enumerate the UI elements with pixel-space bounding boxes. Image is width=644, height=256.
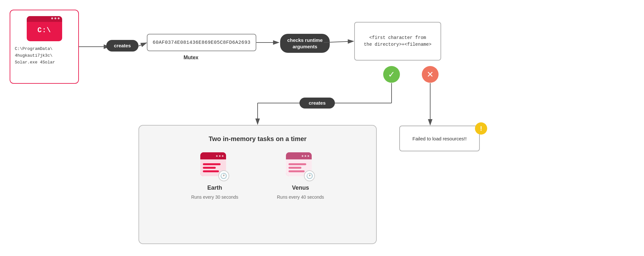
terminal-prompt: C:\	[37, 26, 51, 34]
diagram: C:\ C:\ProgramData\ 4hugkauti7jk3c\ Sola…	[0, 0, 644, 256]
runtime-label: checks runtimearguments	[287, 37, 323, 49]
terminal-dots	[51, 17, 60, 19]
task-earth-name: Earth	[207, 185, 222, 191]
cal-dot	[305, 155, 306, 157]
cal-line	[289, 167, 301, 169]
check-icon: ✓	[388, 70, 395, 80]
creates-pill-bg	[106, 40, 138, 52]
x-circle: ✕	[422, 66, 439, 83]
cal-dot	[302, 155, 303, 157]
cal-clock-earth: 🕐	[218, 170, 229, 181]
terminal-dot	[51, 17, 53, 19]
cal-line	[289, 170, 305, 172]
cal-line	[203, 170, 219, 172]
check-circle: ✓	[383, 66, 400, 83]
calendar-earth-icon: 🕐	[200, 152, 229, 181]
task-venus-desc: Runs every 40 seconds	[277, 194, 324, 200]
creates-pill-text: creates	[114, 43, 131, 48]
task-earth: 🕐 Earth Runs every 30 seconds	[191, 152, 238, 200]
cal-header-earth	[200, 152, 226, 159]
cal-line	[289, 163, 306, 165]
terminal-icon: C:\	[27, 16, 62, 41]
terminal-dot	[54, 17, 56, 19]
warning-icon: !	[480, 125, 482, 132]
creates2-pill-text: creates	[309, 100, 326, 106]
task-venus: 🕐 Venus Runs every 40 seconds	[277, 152, 324, 200]
mutex-label: Mutex	[184, 55, 198, 61]
terminal-dot	[58, 17, 60, 19]
terminal-box: C:\ C:\ProgramData\ 4hugkauti7jk3c\ Sola…	[10, 10, 79, 84]
tasks-title: Two in-memory tasks on a timer	[209, 135, 307, 143]
task-earth-desc: Runs every 30 seconds	[191, 194, 238, 200]
terminal-label: C:\ProgramData\ 4hugkauti7jk3c\ Solar.ex…	[15, 46, 74, 66]
arrow-creates-mutex	[138, 43, 147, 46]
cal-dot	[222, 155, 223, 157]
warning-badge: !	[475, 122, 487, 135]
mutex-box: 60AF0374E081436E869E05C8FD6A2693	[147, 34, 256, 51]
cal-line	[203, 163, 221, 165]
cal-dot	[308, 155, 309, 157]
cal-dot	[219, 155, 221, 157]
cal-dot	[216, 155, 218, 157]
tasks-row: 🕐 Earth Runs every 30 seconds	[191, 152, 324, 200]
creates2-pill-bg	[299, 98, 335, 109]
runtime-pill: checks runtimearguments	[280, 34, 330, 53]
calendar-venus-icon: 🕐	[286, 152, 315, 181]
task-venus-name: Venus	[292, 185, 309, 191]
tasks-box: Two in-memory tasks on a timer	[138, 125, 377, 244]
filename-box: <first character fromthe directory>+<fil…	[354, 22, 441, 61]
filename-text: <first character fromthe directory>+<fil…	[364, 34, 431, 48]
cal-line	[203, 167, 216, 169]
failed-text: Failed to load resources!!	[412, 136, 467, 141]
cal-clock-venus: 🕐	[304, 170, 315, 181]
x-icon: ✕	[427, 70, 434, 80]
failed-box: Failed to load resources!!	[399, 126, 480, 151]
cal-header-venus	[286, 152, 312, 159]
mutex-value: 60AF0374E081436E869E05C8FD6A2693	[153, 40, 251, 45]
